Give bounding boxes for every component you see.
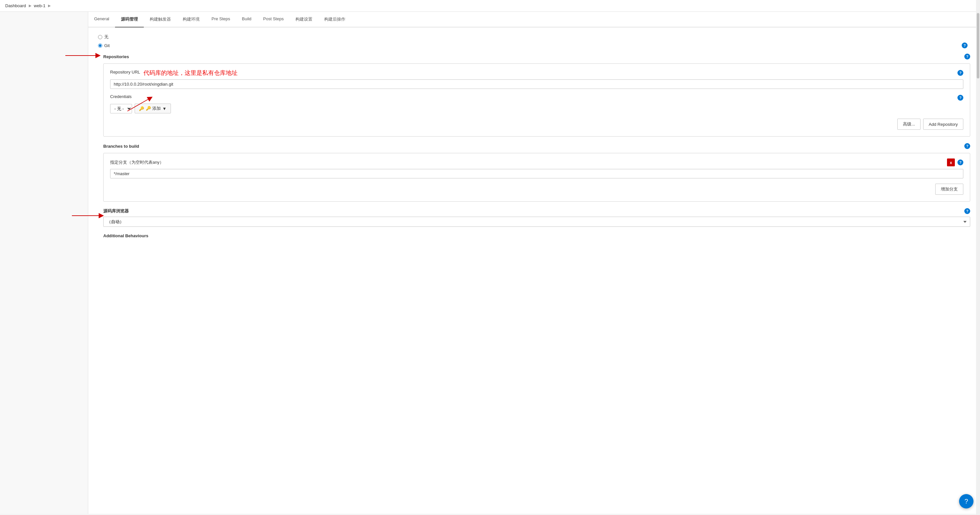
dropdown-arrow-icon: ▼: [162, 106, 167, 111]
add-repository-button[interactable]: Add Repository: [923, 119, 963, 130]
fab-icon: ?: [964, 498, 968, 505]
breadcrumb: Dashboard ▶ web-1 ▶: [0, 0, 980, 12]
help-icon-source-browser[interactable]: ?: [964, 208, 970, 214]
branches-header: Branches to build ?: [103, 143, 970, 149]
help-icon-repo-url[interactable]: ?: [958, 70, 963, 76]
radio-none-label: 无: [104, 34, 108, 40]
add-branch-row: 增加分支: [110, 184, 963, 195]
tab-poststeps[interactable]: Post Steps: [257, 12, 290, 27]
source-browser-header: 源码库浏览器 ?: [103, 208, 970, 214]
fab-button[interactable]: ?: [959, 494, 974, 509]
remove-branch-button[interactable]: x: [947, 159, 955, 166]
breadcrumb-dashboard[interactable]: Dashboard: [5, 3, 26, 8]
source-type-radio-group: 无 Git ?: [98, 34, 970, 48]
branch-spec-row: 指定分支（为空时代表any） x ?: [110, 159, 963, 166]
radio-git-input[interactable]: [98, 43, 102, 48]
credentials-select[interactable]: - 无 -: [110, 104, 132, 113]
tab-general[interactable]: General: [88, 12, 115, 27]
radio-git-label: Git: [104, 43, 110, 48]
tab-postbuild[interactable]: 构建后操作: [318, 12, 351, 27]
help-icon-branches[interactable]: ?: [964, 143, 970, 149]
tab-env[interactable]: 构建环境: [177, 12, 205, 27]
scrollbar[interactable]: [976, 0, 980, 514]
help-icon-git-top[interactable]: ?: [962, 43, 967, 48]
tab-settings[interactable]: 构建设置: [290, 12, 318, 27]
tab-trigger[interactable]: 构建触发器: [144, 12, 177, 27]
credentials-label: Credentials: [110, 94, 132, 99]
main-layout: General 源码管理 构建触发器 构建环境 Pre Steps Build …: [0, 12, 980, 514]
repository-url-input[interactable]: [110, 79, 963, 89]
help-icon-repositories[interactable]: ?: [964, 54, 970, 59]
tab-build[interactable]: Build: [236, 12, 257, 27]
repo-url-label-row: Repository URL 代码库的地址，这里是私有仓库地址 ?: [110, 69, 963, 77]
repo-url-label: Repository URL: [110, 70, 140, 75]
help-icon-credentials[interactable]: ?: [958, 95, 963, 101]
branch-spec-input[interactable]: [110, 169, 963, 178]
repository-section-box: Repository URL 代码库的地址，这里是私有仓库地址 ? Creden…: [103, 64, 970, 137]
breadcrumb-arrow-1: ▶: [29, 3, 31, 8]
repositories-label: Repositories: [103, 54, 129, 59]
source-browser-select[interactable]: （自动）: [103, 217, 970, 227]
additional-behaviours-section: Additional Behaviours: [103, 233, 970, 245]
radio-option-git[interactable]: Git ?: [98, 43, 970, 48]
credentials-section: Credentials ? - 无 - 🔑 🔑 添加 ▼: [110, 94, 963, 113]
repositories-header: Repositories ?: [103, 54, 970, 59]
additional-behaviours-label: Additional Behaviours: [103, 233, 148, 238]
repo-url-annotation: 代码库的地址，这里是私有仓库地址: [143, 69, 237, 77]
breadcrumb-project[interactable]: web-1: [34, 3, 45, 8]
radio-none-input[interactable]: [98, 35, 102, 39]
advanced-button[interactable]: 高级...: [897, 119, 921, 130]
left-sidebar: [0, 12, 88, 514]
branch-spec-label: 指定分支（为空时代表any）: [110, 159, 164, 165]
radio-option-none[interactable]: 无: [98, 34, 970, 40]
tab-content-source: 无 Git ? Repositories ?: [88, 27, 980, 251]
add-credentials-label: 🔑 添加: [146, 106, 161, 111]
add-credentials-button[interactable]: 🔑 🔑 添加 ▼: [135, 103, 171, 113]
breadcrumb-arrow-2: ▶: [48, 3, 51, 8]
credentials-header: Credentials ?: [110, 94, 963, 101]
branches-section: Branches to build ? 指定分支（为空时代表any） x ?: [103, 143, 970, 202]
tab-presteps[interactable]: Pre Steps: [205, 12, 236, 27]
tab-source[interactable]: 源码管理: [115, 12, 144, 27]
key-icon: 🔑: [139, 106, 144, 111]
content-area: General 源码管理 构建触发器 构建环境 Pre Steps Build …: [88, 12, 980, 514]
tabs-bar: General 源码管理 构建触发器 构建环境 Pre Steps Build …: [88, 12, 980, 27]
source-browser-label: 源码库浏览器: [103, 208, 129, 214]
branches-to-build-label: Branches to build: [103, 144, 139, 149]
git-section: Repositories ? Repository URL 代码库的地址，这里是…: [98, 54, 970, 245]
help-icon-branch-spec[interactable]: ?: [958, 159, 963, 165]
credentials-row: - 无 - 🔑 🔑 添加 ▼: [110, 103, 963, 113]
branches-section-box: 指定分支（为空时代表any） x ? 增加分支: [103, 153, 970, 202]
add-branch-button[interactable]: 增加分支: [935, 184, 963, 195]
repository-actions-row: 高级... Add Repository: [110, 119, 963, 130]
source-browser-section: 源码库浏览器 ? （自动）: [103, 208, 970, 227]
scrollbar-thumb[interactable]: [977, 13, 979, 78]
